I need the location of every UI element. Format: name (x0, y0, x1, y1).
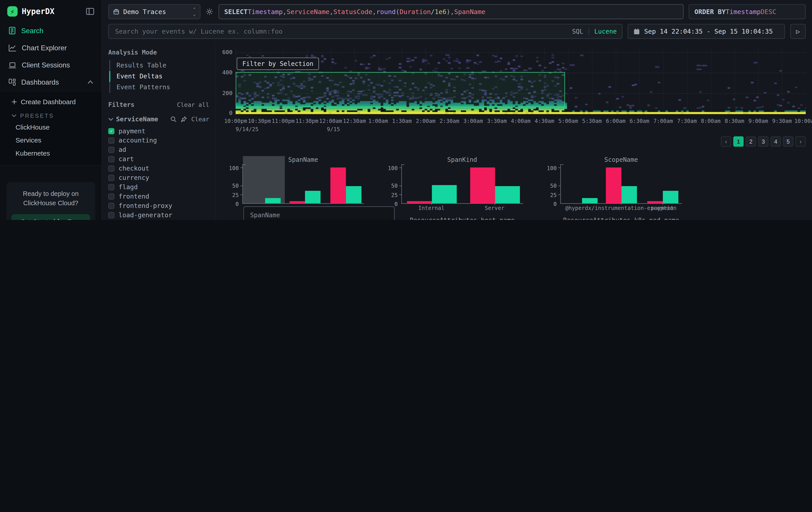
heatmap-x-tick: 5:30am (582, 118, 602, 124)
chart-plot[interactable] (242, 164, 364, 204)
lucene-toggle[interactable]: Lucene (594, 28, 617, 35)
chart-body: 10050250 (224, 164, 364, 204)
order-by-input[interactable]: ORDER BY Timestamp DESC (689, 4, 806, 19)
page-next-button[interactable]: › (795, 136, 806, 147)
page-button-4[interactable]: 4 (771, 136, 781, 147)
chart-title: ResourceAttributes.k8s.pod.name (542, 217, 682, 220)
preset-link-clickhouse[interactable]: ClickHouse (0, 121, 102, 134)
checkbox[interactable] (108, 193, 115, 200)
filter-show-more-button[interactable]: Show more (108, 220, 209, 220)
heatmap-selection-box[interactable] (236, 72, 565, 108)
filter-clear-button[interactable]: Clear (191, 115, 209, 123)
checkbox[interactable] (108, 184, 115, 190)
chart-y-tick-label: 100 (388, 165, 398, 171)
select-clause-input[interactable]: SELECT Timestamp, ServiceName, StatusCod… (219, 4, 684, 19)
order-token: Timestamp (726, 8, 761, 16)
page-button-3[interactable]: 3 (758, 136, 768, 147)
mode-event-deltas[interactable]: Event Deltas (110, 71, 209, 82)
chevron-down-icon[interactable] (108, 118, 113, 121)
sidebar-nav: SearchChart ExplorerClient SessionsDashb… (0, 22, 102, 91)
checkbox[interactable] (108, 203, 115, 209)
source-settings-button[interactable] (206, 4, 213, 19)
checkbox[interactable] (108, 156, 115, 162)
filter-option-payment[interactable]: ✓payment (108, 127, 209, 136)
chart-plot[interactable] (560, 164, 682, 204)
bar-outliers[interactable] (330, 167, 346, 203)
filter-option-ad[interactable]: ad (108, 145, 209, 155)
bar-inliers[interactable] (432, 185, 457, 203)
sidebar-item-label: Dashboards (21, 78, 59, 86)
preset-link-kubernetes[interactable]: Kubernetes (0, 147, 102, 160)
filter-option-currency[interactable]: currency (108, 173, 209, 183)
chart-plot[interactable] (401, 164, 523, 204)
clear-all-button[interactable]: Clear all (177, 101, 209, 108)
sql-toggle[interactable]: SQL (572, 28, 583, 35)
filter-option-checkout[interactable]: checkout (108, 164, 209, 173)
filter-option-flagd[interactable]: flagd (108, 183, 209, 192)
chart-y-axis: 10050250 (542, 164, 560, 204)
heatmap-x-tick: 10:00am (794, 118, 812, 124)
sidebar-item-label: Search (21, 27, 44, 34)
calendar-icon (633, 28, 640, 35)
heatmap-date-tick: 9/14/25 (236, 126, 259, 132)
laptop-icon (8, 61, 17, 69)
bar-outliers[interactable] (647, 201, 663, 203)
page-button-1[interactable]: 1 (733, 136, 744, 147)
filter-option-cart[interactable]: cart (108, 155, 209, 164)
checkbox[interactable] (108, 165, 115, 172)
source-select[interactable]: Demo Traces ⌃⌄ (108, 4, 201, 19)
sidebar-collapse-icon[interactable] (86, 8, 94, 15)
bar-outliers[interactable] (407, 201, 432, 203)
date-range-picker[interactable]: Sep 14 22:04:35 - Sep 15 10:04:35 (628, 24, 785, 39)
search-icon[interactable] (171, 116, 177, 123)
checkbox-checked[interactable]: ✓ (108, 128, 115, 134)
bar-inliers[interactable] (495, 186, 520, 203)
checkbox[interactable] (108, 137, 115, 143)
bar-inliers[interactable] (621, 186, 637, 203)
chart-y-tick (240, 168, 242, 168)
filter-option-load-generator[interactable]: load-generator (108, 211, 209, 220)
bar-inliers[interactable] (582, 198, 598, 203)
sidebar-item-chart-explorer[interactable]: Chart Explorer (0, 39, 102, 57)
select-token: Duration (400, 8, 431, 16)
sidebar-item-dashboards[interactable]: Dashboards (0, 74, 102, 91)
bar-outliers[interactable] (606, 167, 621, 203)
sidebar-item-search[interactable]: Search (0, 22, 102, 39)
bar-inliers[interactable] (265, 198, 281, 203)
promo-line2: ClickHouse Cloud? (23, 200, 78, 207)
mode-results-table[interactable]: Results Table (110, 60, 209, 71)
create-dashboard-button[interactable]: Create Dashboard (0, 95, 102, 110)
get-started-button[interactable]: Get Started for Free (11, 214, 90, 220)
chart-y-tick-label: 0 (235, 200, 239, 207)
heatmap-x-tick: 6:00am (606, 118, 626, 124)
bar-outliers[interactable] (289, 201, 305, 203)
bar-inliers[interactable] (663, 191, 678, 203)
checkbox[interactable] (108, 175, 115, 181)
promo-line1: Ready to deploy on (23, 190, 79, 198)
pin-icon[interactable] (181, 116, 187, 123)
heatmap-plot[interactable]: Filter by Selection (236, 49, 806, 115)
preset-link-services[interactable]: Services (0, 134, 102, 147)
heatmap-x-tick: 11:30pm (295, 118, 318, 124)
chart-y-tick-label: 25 (232, 192, 238, 198)
search-input[interactable] (114, 27, 568, 36)
sidebar-item-client-sessions[interactable]: Client Sessions (0, 57, 102, 74)
run-query-button[interactable]: ▷ (790, 24, 806, 39)
mode-event-patterns[interactable]: Event Patterns (110, 82, 209, 93)
bar-inliers[interactable] (305, 191, 321, 203)
filter-option-accounting[interactable]: accounting (108, 136, 209, 145)
checkbox[interactable] (108, 147, 115, 153)
bar-inliers[interactable] (346, 186, 361, 203)
heatmap-x-axis: 10:00pm10:30pm11:00pm11:30pm12:00am12:30… (236, 118, 806, 125)
filter-option-frontend[interactable]: frontend (108, 192, 209, 201)
heatmap-x-tick: 2:00am (416, 118, 435, 124)
chart-title: SpanKind (383, 156, 523, 163)
page-prev-button[interactable]: ‹ (721, 136, 731, 147)
presets-toggle[interactable]: PRESETS (0, 109, 102, 120)
checkbox[interactable] (108, 212, 115, 218)
page-button-2[interactable]: 2 (746, 136, 756, 147)
bar-outliers[interactable] (470, 167, 495, 203)
page-button-5[interactable]: 5 (783, 136, 793, 147)
filter-option-frontend-proxy[interactable]: frontend-proxy (108, 201, 209, 211)
filter-by-selection-button[interactable]: Filter by Selection (237, 58, 319, 70)
